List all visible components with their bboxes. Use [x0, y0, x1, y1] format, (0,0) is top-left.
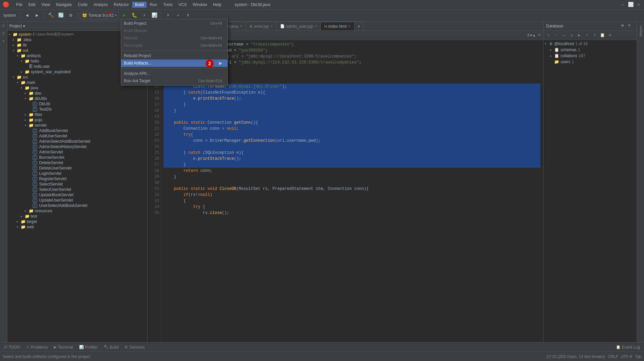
- db-filter-btn[interactable]: ⚡: [583, 32, 591, 39]
- db-collations[interactable]: ▸ 📋 collations 197: [544, 53, 637, 59]
- db-console-btn[interactable]: ▶: [576, 32, 583, 39]
- menu-refactor[interactable]: Refactor: [111, 2, 132, 8]
- line-marker-btn[interactable]: 3 ▾ ▴: [526, 32, 536, 39]
- navigate-back-btn[interactable]: ◀: [22, 11, 32, 20]
- arrow-icon: ▸: [550, 48, 554, 51]
- build-btn[interactable]: 🔨: [46, 11, 55, 20]
- tree-add-book-servlet[interactable]: C AddBookServlet: [7, 128, 147, 133]
- menu-edit[interactable]: Edit: [26, 2, 38, 8]
- tree-web[interactable]: ▾ 📁 web: [7, 224, 147, 230]
- run-configuration[interactable]: 🐱 Tomcat 9.0.62 ▾: [80, 11, 119, 19]
- tab-index-html[interactable]: H index.html ✕: [321, 22, 355, 30]
- maven-strip-label[interactable]: Maven: [638, 23, 643, 39]
- favorites-strip-btn[interactable]: ★: [0, 37, 7, 44]
- tree-add-user-servlet[interactable]: C AddUserServlet: [7, 133, 147, 139]
- tree-admin-select-add[interactable]: C AdminSelectAddBookServlet: [7, 139, 147, 144]
- db-localhost[interactable]: ▾ 🖥 @localhost 1 of 18: [544, 41, 637, 47]
- tab-profiler[interactable]: 📊 Profiler: [76, 343, 100, 351]
- db-schemas[interactable]: ▸ 📋 schemas 1: [544, 47, 637, 53]
- tree-testdb-class[interactable]: C TestDb: [7, 107, 147, 112]
- server-icon: 🖥: [549, 41, 553, 46]
- tree-register-servlet[interactable]: C RegisterServlet: [7, 176, 147, 182]
- line-separator[interactable]: CRLF: [608, 354, 618, 359]
- project-dropdown[interactable]: system: [1, 11, 18, 20]
- minimize-btn[interactable]: —: [620, 2, 625, 7]
- tab-error-jsp[interactable]: ⚠ error.jsp ✕: [246, 22, 276, 30]
- menu-tools[interactable]: Tools: [161, 2, 175, 8]
- tab-problems[interactable]: ⚠ Problems: [23, 343, 50, 351]
- tree-java[interactable]: ▾ 📁 java: [7, 85, 147, 91]
- tree-user-select-add[interactable]: C UserSelectAddBookServlet: [7, 203, 147, 208]
- menu-window[interactable]: Window: [190, 2, 210, 8]
- menu-build-artifacts[interactable]: Build Artifacts... ▶: [121, 59, 227, 67]
- tab-build[interactable]: 🔨 Build: [101, 343, 122, 351]
- tree-resources[interactable]: ▸ 📁 resources: [7, 208, 147, 214]
- tab-close-btn[interactable]: ✕: [348, 24, 351, 28]
- menu-build-project[interactable]: Build Project Ctrl+F9: [121, 20, 227, 27]
- menu-vcs[interactable]: VCS: [176, 2, 190, 8]
- main-area: P S ★ Project ▾ ⊕ ↔ ≡ ▾ 📁 system E:\Java…: [0, 21, 644, 342]
- structure-strip-btn[interactable]: S: [0, 30, 7, 37]
- tree-update-book-servlet[interactable]: C UpdateBookServlet: [7, 192, 147, 198]
- tree-target[interactable]: ▸ 📁 target: [7, 219, 147, 224]
- tab-terminal[interactable]: ▶ Terminal: [51, 343, 75, 351]
- tree-admin-servlet[interactable]: C AdminServlet: [7, 149, 147, 155]
- db-remove-btn[interactable]: −: [553, 32, 560, 39]
- tree-delete-servlet[interactable]: C DeleteServlet: [7, 160, 147, 165]
- tab-admin-user-jsp[interactable]: 📄 admin_user.jsp ✕: [277, 22, 321, 30]
- charset-label[interactable]: UTF-8: [621, 354, 632, 359]
- tree-delete-user-servlet[interactable]: C DeleteUserServlet: [7, 165, 147, 171]
- menu-file[interactable]: File: [13, 2, 25, 8]
- db-edit-btn[interactable]: ✏: [560, 32, 568, 39]
- menu-run[interactable]: Run: [147, 2, 160, 8]
- sync-btn[interactable]: 🔄: [56, 11, 65, 20]
- db-add-btn[interactable]: +: [545, 32, 552, 39]
- tree-select-user-servlet[interactable]: C SelectUserServlet: [7, 187, 147, 192]
- arrow-icon: ▸: [25, 92, 29, 95]
- menu-build[interactable]: Build: [132, 2, 147, 8]
- tree-dbutils[interactable]: ▾ 📁 dbUtils: [7, 96, 147, 101]
- tree-dao[interactable]: ▸ 📁 dao: [7, 91, 147, 96]
- db-schema-btn[interactable]: 📋: [599, 32, 606, 39]
- menu-view[interactable]: View: [39, 2, 53, 8]
- db-users[interactable]: 📁 users 1: [544, 59, 637, 65]
- tree-select-servlet[interactable]: C SelectServlet: [7, 182, 147, 187]
- menu-run-ant-target[interactable]: Run Ant Target Ctrl+Shift+F10: [121, 77, 227, 85]
- close-btn[interactable]: ✕: [636, 2, 641, 7]
- collapse-all-btn[interactable]: ≡: [537, 32, 542, 39]
- tree-test[interactable]: ▸ 📁 test: [7, 214, 147, 219]
- maximize-btn[interactable]: ⬜: [628, 2, 633, 7]
- tab-services[interactable]: ⚙ Services: [122, 343, 147, 351]
- menu-navigate[interactable]: Navigate: [53, 2, 74, 8]
- menu-analyze-apk[interactable]: Analyze APK...: [121, 70, 227, 77]
- settings-btn[interactable]: ⚙: [66, 11, 75, 20]
- tree-servlet[interactable]: ▾ 📁 servlet: [7, 123, 147, 128]
- menu-help[interactable]: Help: [210, 2, 224, 8]
- db-config-btn[interactable]: ⚙: [606, 32, 614, 39]
- tab-overflow[interactable]: ▾: [355, 22, 364, 30]
- menu-rebuild-project[interactable]: Rebuild Project: [121, 52, 227, 59]
- tab-close-btn[interactable]: ✕: [239, 24, 242, 28]
- db-refresh-btn[interactable]: ↺: [568, 32, 575, 39]
- tree-borrow-servlet[interactable]: C BorrowServlet: [7, 155, 147, 160]
- indent-label[interactable]: Tab: [635, 354, 641, 359]
- db-settings-btn[interactable]: ⚙: [621, 23, 627, 29]
- menu-analyze[interactable]: Analyze: [91, 2, 111, 8]
- menu-shortcut: Ctrl+Shift+F9: [200, 36, 222, 40]
- tab-todo[interactable]: ☑ TODO: [1, 343, 23, 351]
- tree-login-servlet[interactable]: C LoginServlet: [7, 171, 147, 176]
- menu-code[interactable]: Code: [75, 2, 90, 8]
- db-sync-btn[interactable]: ⬆: [591, 32, 598, 39]
- tree-admin-select-history[interactable]: C AdminSelectHistoryServlet: [7, 144, 147, 149]
- tree-update-user-servlet[interactable]: C UpdateUserServlet: [7, 198, 147, 203]
- folder-icon: 📁: [29, 91, 34, 96]
- tree-dbutil-class[interactable]: C DbUtil: [7, 101, 147, 107]
- project-strip-btn[interactable]: P: [0, 23, 7, 29]
- tree-pojo[interactable]: ▸ 📁 pojo: [7, 117, 147, 123]
- tab-close-btn[interactable]: ✕: [314, 24, 317, 28]
- navigate-forward-btn[interactable]: ▶: [32, 11, 42, 20]
- tree-filter[interactable]: ▸ 📁 filter: [7, 112, 147, 117]
- tab-event-log[interactable]: 📋 Event Log: [613, 343, 643, 351]
- db-collapse-btn[interactable]: ≡: [628, 23, 634, 29]
- tab-close-btn[interactable]: ✕: [270, 24, 273, 28]
